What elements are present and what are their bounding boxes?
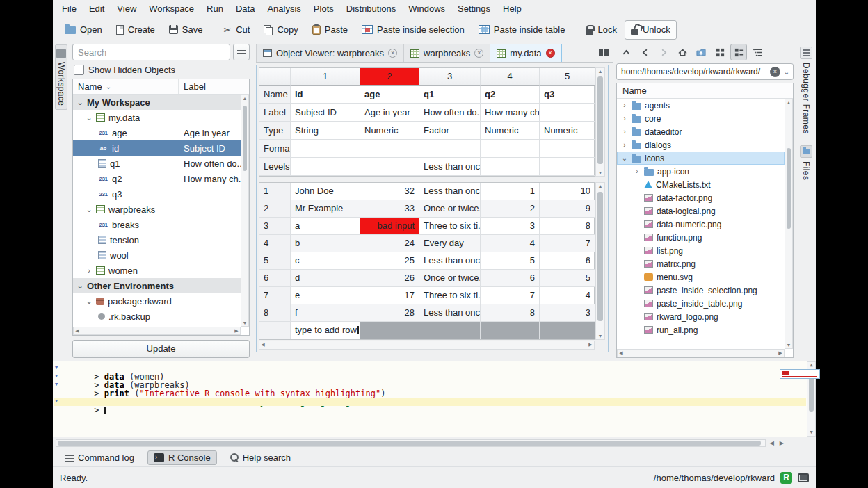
scroll-down-icon[interactable]: ▼ (596, 333, 604, 339)
expander-icon[interactable]: ⌄ (77, 282, 83, 289)
column-header[interactable]: 4 (481, 68, 540, 86)
tree-view-button[interactable] (749, 44, 766, 60)
expander-icon[interactable]: ⌄ (621, 154, 628, 162)
go-home-button[interactable] (674, 44, 691, 60)
file-item-list-png[interactable]: list.png (617, 244, 785, 257)
meta-cell[interactable]: q2 (481, 86, 540, 104)
menu-distributions[interactable]: Distributions (340, 0, 403, 18)
data-cell[interactable]: Three to six ti... (419, 287, 481, 304)
workspace-dock-tab[interactable]: Workspace (55, 44, 67, 110)
clear-location-icon[interactable]: × (770, 67, 780, 77)
meta-cell[interactable]: Less than onc... (419, 158, 481, 176)
meta-cell[interactable] (360, 140, 419, 158)
meta-cell[interactable]: Numeric (360, 122, 419, 140)
data-cell[interactable]: 8 (540, 218, 595, 235)
file-vertical-scrollbar[interactable]: ▲ ▼ (785, 99, 793, 349)
column-header-label[interactable]: Label (179, 81, 206, 92)
data-cell[interactable]: 2 (481, 200, 540, 218)
data-cell[interactable]: 7 (540, 235, 595, 252)
meta-cell[interactable] (419, 140, 481, 158)
paste-inside-table-button[interactable]: Paste inside table (472, 20, 572, 40)
scroll-up-icon[interactable]: ▲ (596, 68, 604, 74)
file-item-cmakelists-txt[interactable]: CMakeLists.txt (617, 178, 785, 191)
tree-item-id[interactable]: id Subject ID (73, 140, 241, 156)
expander-icon[interactable]: › (86, 267, 93, 274)
r-console-tab[interactable]: R Console (147, 450, 217, 465)
row-header[interactable] (259, 322, 291, 339)
data-cell[interactable]: Once or twice... (419, 270, 481, 287)
console-prompt-line[interactable]: ▼> (54, 398, 806, 406)
data-cell[interactable]: 5 (481, 252, 540, 270)
tree-section-my-workspace[interactable]: ⌄ My Workspace (73, 95, 241, 110)
scroll-right-icon[interactable]: ▶ (780, 440, 784, 446)
column-header[interactable]: 1 (291, 68, 360, 86)
data-cell[interactable]: 3 (540, 304, 595, 322)
console-horizontal-scrollbar[interactable] (56, 439, 766, 447)
data-cell[interactable]: d (291, 270, 360, 287)
scroll-right-icon[interactable]: ▶ (233, 327, 240, 334)
data-cell[interactable]: Three to six ti... (419, 218, 481, 235)
close-tab-icon[interactable]: × (474, 49, 483, 58)
data-vertical-scrollbar[interactable]: ▲ ▼ (595, 182, 605, 340)
meta-row-label[interactable]: Type (259, 122, 291, 140)
row-header[interactable]: 4 (259, 235, 291, 252)
tree-item-age[interactable]: age Age in year (73, 125, 241, 140)
tree-item-breaks[interactable]: breaks (73, 217, 241, 232)
tab-object-viewer-warpbreaks[interactable]: Object Viewer: warpbreaks × (256, 44, 403, 62)
menu-analysis[interactable]: Analysis (261, 0, 307, 18)
data-cell[interactable]: Less than onc... (419, 252, 481, 270)
row-header[interactable]: 5 (259, 252, 291, 270)
meta-cell[interactable] (291, 158, 360, 176)
file-item-run-all-png[interactable]: run_all.png (617, 323, 785, 336)
file-item-data-factor-png[interactable]: data-factor.png (617, 191, 785, 204)
invalid-data-cell[interactable]: bad input (360, 218, 419, 235)
tree-item-q2[interactable]: q2 How many ch... (73, 171, 241, 186)
update-button[interactable]: Update (72, 340, 250, 358)
meta-cell[interactable]: Factor (419, 122, 481, 140)
scroll-down-icon[interactable]: ▼ (807, 430, 815, 436)
scroll-down-icon[interactable]: ▼ (596, 170, 604, 176)
tree-section-other-environments[interactable]: ⌄ Other Environments (73, 278, 241, 293)
file-item-paste-inside-table-png[interactable]: paste_inside_table.png (617, 297, 785, 310)
expander-icon[interactable]: ⌄ (86, 206, 93, 213)
data-cell[interactable]: c (291, 252, 360, 270)
data-cell[interactable]: 4 (540, 287, 595, 304)
data-cell[interactable]: 6 (481, 270, 540, 287)
data-cell[interactable]: 3 (481, 218, 540, 235)
tree-item-package-rkward[interactable]: ⌄package:rkward (73, 293, 241, 309)
data-cell[interactable]: 4 (481, 235, 540, 252)
data-cell[interactable]: 10 (540, 183, 595, 200)
meta-cell[interactable]: Numeric (481, 122, 540, 140)
files-dock-tab[interactable]: Files (800, 145, 812, 180)
data-cell[interactable]: Mr Example (291, 200, 360, 218)
data-cell[interactable]: Once or twice... (419, 200, 481, 218)
data-cell[interactable]: 26 (360, 270, 419, 287)
file-item-function-png[interactable]: function.png (617, 231, 785, 244)
meta-cell[interactable]: Subject ID (291, 104, 360, 122)
show-hidden-checkbox[interactable] (74, 65, 84, 75)
meta-cell[interactable]: How many ch... (481, 104, 540, 122)
list-options-button[interactable] (233, 44, 250, 60)
tree-item-tension[interactable]: tension (73, 232, 241, 247)
meta-row-label[interactable]: Format (259, 140, 291, 158)
data-cell[interactable]: 7 (481, 287, 540, 304)
meta-cell[interactable]: q3 (540, 86, 595, 104)
meta-cell[interactable] (540, 140, 595, 158)
expander-icon[interactable]: › (621, 128, 628, 136)
menu-windows[interactable]: Windows (402, 0, 451, 18)
file-item-menu-svg[interactable]: menu.svg (617, 270, 785, 284)
meta-cell[interactable] (291, 140, 360, 158)
expander-icon[interactable]: › (621, 101, 628, 109)
create-button[interactable]: Create (110, 20, 161, 40)
file-item-data-numeric-png[interactable]: data-numeric.png (617, 218, 785, 231)
open-button[interactable]: Open (58, 20, 108, 40)
scroll-up-icon[interactable]: ▲ (807, 362, 815, 368)
row-header[interactable]: 6 (259, 270, 291, 287)
meta-cell[interactable]: age (360, 86, 419, 104)
tab-my-data[interactable]: my.data × (490, 44, 561, 62)
icons-view-button[interactable] (712, 44, 728, 60)
scroll-right-icon[interactable]: ▶ (587, 341, 594, 349)
meta-row-label[interactable]: Levels (259, 158, 291, 176)
add-row-cell[interactable]: type to add row (291, 322, 360, 339)
lock-button[interactable]: Lock (579, 20, 622, 40)
